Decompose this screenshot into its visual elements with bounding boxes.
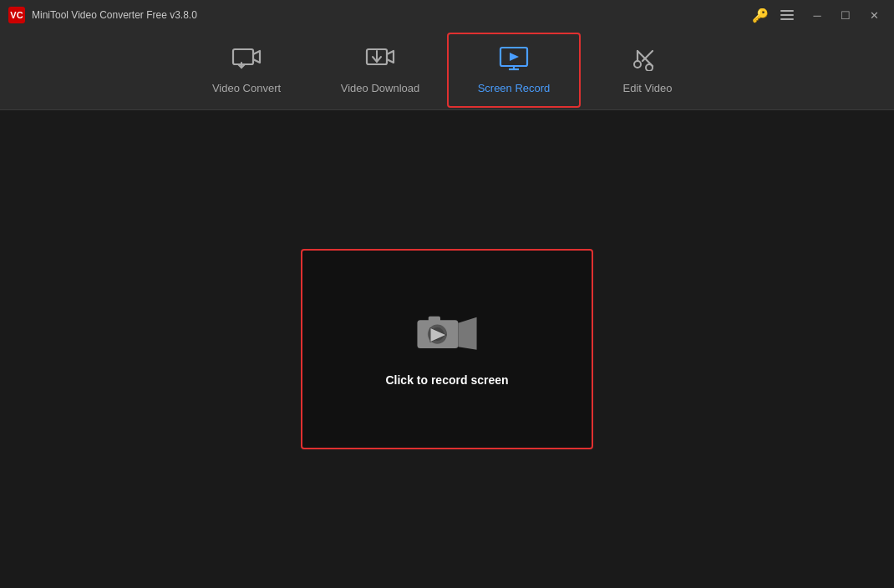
app-title: MiniTool Video Converter Free v3.8.0 [32,9,197,21]
nav-bar: Video Convert Video Download Scree [0,30,894,110]
menu-line-3 [780,18,794,20]
video-convert-icon [231,46,262,75]
tab-video-convert[interactable]: Video Convert [180,33,313,108]
minimize-button[interactable]: ─ [805,5,829,25]
edit-video-icon [632,46,663,75]
key-icon[interactable]: 🔑 [752,8,769,23]
close-button[interactable]: ✕ [862,5,886,25]
svg-line-9 [643,51,653,61]
screen-record-icon [499,46,529,75]
tab-edit-video[interactable]: Edit Video [581,33,714,108]
tab-screen-record-label: Screen Record [478,82,551,94]
tab-video-download-label: Video Download [341,82,419,94]
svg-point-10 [634,61,641,68]
click-to-record-text: Click to record screen [385,373,508,387]
svg-marker-5 [510,53,519,61]
svg-rect-16 [429,317,440,322]
tab-video-download[interactable]: Video Download [313,33,447,108]
title-bar-controls: 🔑 ─ ☐ ✕ [752,5,886,25]
svg-point-11 [646,64,653,71]
tab-video-convert-label: Video Convert [212,82,281,94]
title-bar-left: VC MiniTool Video Converter Free v3.8.0 [8,7,197,23]
svg-rect-0 [233,49,253,64]
main-content: Click to record screen [0,110,894,588]
camera-play-icon [414,312,480,358]
menu-line-2 [780,14,794,16]
menu-icon[interactable] [777,7,797,23]
svg-marker-17 [458,317,476,350]
tab-screen-record[interactable]: Screen Record [447,33,581,108]
video-download-icon [365,46,395,75]
tab-edit-video-label: Edit Video [622,82,672,94]
title-bar: VC MiniTool Video Converter Free v3.8.0 … [0,0,894,30]
menu-line-1 [780,10,794,12]
restore-button[interactable]: ☐ [834,5,857,25]
app-logo: VC [8,7,25,23]
record-screen-button[interactable]: Click to record screen [301,249,593,449]
